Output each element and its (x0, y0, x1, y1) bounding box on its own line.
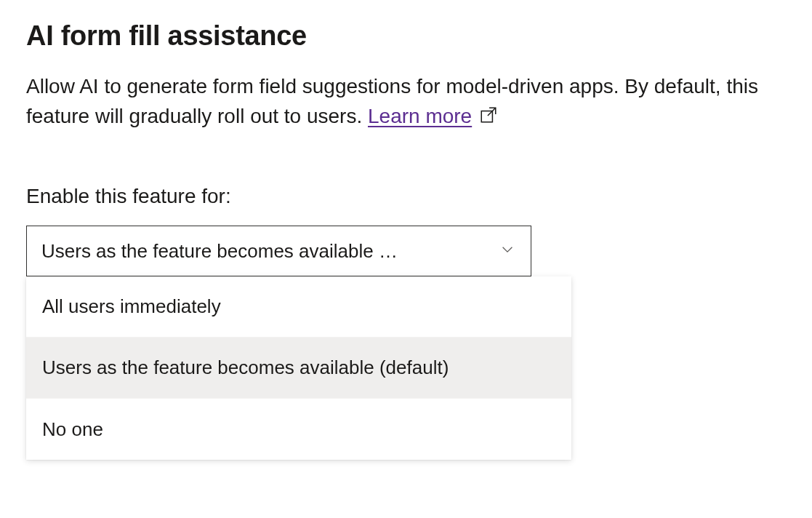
enable-feature-select[interactable]: Users as the feature becomes available … (26, 226, 531, 276)
dropdown-option-no-one[interactable]: No one (26, 399, 571, 460)
dropdown-option-all-users[interactable]: All users immediately (26, 276, 571, 338)
select-display-value: Users as the feature becomes available … (41, 240, 398, 263)
enable-feature-select-wrapper: Users as the feature becomes available …… (26, 226, 531, 276)
dropdown-option-as-available[interactable]: Users as the feature becomes available (… (26, 338, 571, 399)
learn-more-link[interactable]: Learn more (368, 105, 472, 127)
section-heading: AI form fill assistance (26, 20, 786, 52)
external-link-icon (479, 103, 498, 133)
chevron-down-icon (499, 240, 515, 263)
enable-feature-label: Enable this feature for: (26, 185, 786, 208)
enable-feature-dropdown: All users immediately Users as the featu… (26, 276, 571, 460)
section-description: Allow AI to generate form field suggesti… (26, 72, 786, 132)
